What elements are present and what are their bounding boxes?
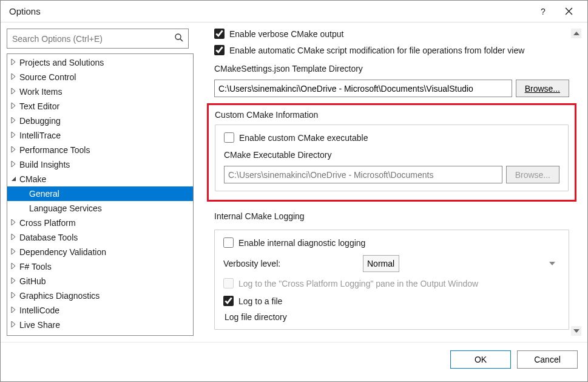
tree-item-general[interactable]: General (7, 186, 193, 201)
tree-item-debugging[interactable]: Debugging (7, 114, 193, 128)
auto-script-checkbox-row[interactable]: Enable automatic CMake script modificati… (214, 45, 569, 55)
chevron-right-icon (11, 278, 19, 285)
template-dir-label: CMakeSettings.json Template Directory (214, 64, 569, 73)
chevron-right-icon (11, 292, 19, 299)
sidebar: Projects and SolutionsSource ControlWork… (7, 29, 194, 336)
tree-item-live-share[interactable]: Live Share (7, 318, 193, 332)
chevron-right-icon (11, 234, 19, 241)
tree-item-performance-tools[interactable]: Performance Tools (7, 143, 193, 157)
chevron-right-icon (11, 59, 19, 66)
chevron-down-icon (11, 176, 19, 183)
tree-item-label: Live Share (19, 320, 60, 330)
enable-logging-checkbox[interactable] (223, 237, 234, 248)
cancel-button[interactable]: Cancel (517, 350, 578, 369)
tree-item-label: Dependency Validation (19, 247, 106, 257)
logging-title: Internal CMake Logging (214, 211, 569, 221)
tree-item-label: Cross Platform (19, 218, 76, 228)
tree-item-language-services[interactable]: Language Services (7, 201, 193, 216)
tree-item-label: Debugging (19, 116, 61, 126)
scroll-down-button[interactable] (571, 326, 581, 336)
window-title: Options (9, 6, 41, 16)
close-icon (565, 7, 573, 15)
chevron-right-icon (11, 103, 19, 110)
enable-custom-label: Enable custom CMake executable (239, 133, 368, 143)
log-file-checkbox[interactable] (223, 296, 234, 306)
ok-button[interactable]: OK (450, 350, 511, 369)
tree-item-source-control[interactable]: Source Control (7, 70, 193, 84)
tree-item-label: Work Items (19, 87, 63, 97)
chevron-right-icon (11, 146, 19, 154)
help-button[interactable]: ? (530, 1, 556, 22)
chevron-down-icon (573, 329, 580, 333)
scroll-up-button[interactable] (571, 29, 581, 38)
chevron-right-icon (11, 321, 19, 329)
chevron-right-icon (11, 248, 19, 256)
tree-item-label: Language Services (29, 203, 102, 213)
verbosity-label: Verbosity level: (223, 259, 345, 268)
tree-item-cross-platform[interactable]: Cross Platform (7, 216, 193, 230)
log-pane-checkbox-row[interactable]: Log to the "Cross Platform Logging" pane… (223, 278, 560, 288)
tree-item-projects-and-solutions[interactable]: Projects and Solutions (7, 55, 193, 70)
tree-item-label: General (29, 189, 59, 199)
auto-script-label: Enable automatic CMake script modificati… (229, 46, 524, 55)
exec-dir-label: CMake Executable Directory (224, 150, 559, 160)
log-pane-checkbox (223, 278, 234, 288)
verbose-checkbox[interactable] (214, 29, 225, 39)
enable-custom-checkbox-row[interactable]: Enable custom CMake executable (224, 132, 559, 143)
chevron-right-icon (11, 219, 19, 227)
chevron-right-icon (11, 88, 19, 95)
chevron-right-icon (11, 263, 19, 270)
tree-item-github[interactable]: GitHub (7, 274, 193, 288)
chevron-right-icon (11, 161, 19, 168)
tree-item-label: GitHub (19, 276, 46, 286)
tree-item-label: Graphics Diagnostics (19, 291, 100, 301)
tree-item-label: Build Insights (19, 160, 70, 169)
tree-item-label: IntelliTrace (19, 131, 61, 140)
tree-item-intellicode[interactable]: IntelliCode (7, 303, 193, 318)
tree-item-dependency-validation[interactable]: Dependency Validation (7, 245, 193, 259)
tree-item-label: Source Control (19, 72, 76, 82)
search-input[interactable] (7, 29, 189, 49)
tree-item-label: CMake (19, 174, 46, 184)
enable-custom-checkbox[interactable] (224, 132, 234, 143)
verbose-checkbox-row[interactable]: Enable verbose CMake output (214, 29, 569, 39)
chevron-right-icon (11, 307, 19, 314)
content-panel: Enable verbose CMake output Enable autom… (200, 29, 583, 336)
tree-item-text-editor[interactable]: Text Editor (7, 99, 193, 114)
log-file-checkbox-row[interactable]: Log to a file (223, 296, 560, 306)
tree-item-cmake[interactable]: CMake (7, 172, 193, 186)
tree-item-label: Projects and Solutions (19, 58, 104, 67)
close-button[interactable] (556, 1, 581, 22)
tree-item-label: Performance Tools (19, 145, 90, 155)
chevron-right-icon (11, 132, 19, 139)
tree-item-database-tools[interactable]: Database Tools (7, 230, 193, 245)
exec-dir-input (224, 166, 502, 183)
log-pane-label: Log to the "Cross Platform Logging" pane… (238, 279, 478, 288)
tree-item-intellitrace[interactable]: IntelliTrace (7, 128, 193, 143)
enable-logging-label: Enable internal diagnostic logging (238, 238, 365, 248)
template-dir-browse-button[interactable]: Browse... (516, 80, 569, 97)
tree-item-graphics-diagnostics[interactable]: Graphics Diagnostics (7, 288, 193, 303)
chevron-up-icon (573, 32, 580, 35)
log-file-dir-label: Log file directory (225, 312, 560, 322)
enable-logging-checkbox-row[interactable]: Enable internal diagnostic logging (223, 237, 560, 248)
auto-script-checkbox[interactable] (214, 45, 225, 55)
options-tree[interactable]: Projects and SolutionsSource ControlWork… (7, 54, 193, 335)
chevron-down-icon (549, 260, 555, 267)
log-file-label: Log to a file (238, 296, 282, 306)
tree-item-work-items[interactable]: Work Items (7, 84, 193, 99)
chevron-right-icon (11, 73, 19, 81)
template-dir-input[interactable] (214, 80, 512, 97)
verbosity-select[interactable]: Normal (363, 255, 399, 272)
verbose-label: Enable verbose CMake output (229, 29, 343, 39)
tree-item-label: Text Editor (19, 101, 59, 111)
chevron-right-icon (11, 117, 19, 124)
custom-cmake-title: Custom CMake Information (215, 110, 569, 120)
tree-item-f-tools[interactable]: F# Tools (7, 259, 193, 274)
tree-item-label: Database Tools (19, 233, 78, 242)
tree-item-label: F# Tools (19, 262, 52, 271)
titlebar: Options ? (1, 1, 587, 22)
tree-item-build-insights[interactable]: Build Insights (7, 157, 193, 172)
custom-cmake-highlight: Custom CMake Information Enable custom C… (207, 103, 576, 202)
tree-item-label: IntelliCode (19, 305, 59, 315)
